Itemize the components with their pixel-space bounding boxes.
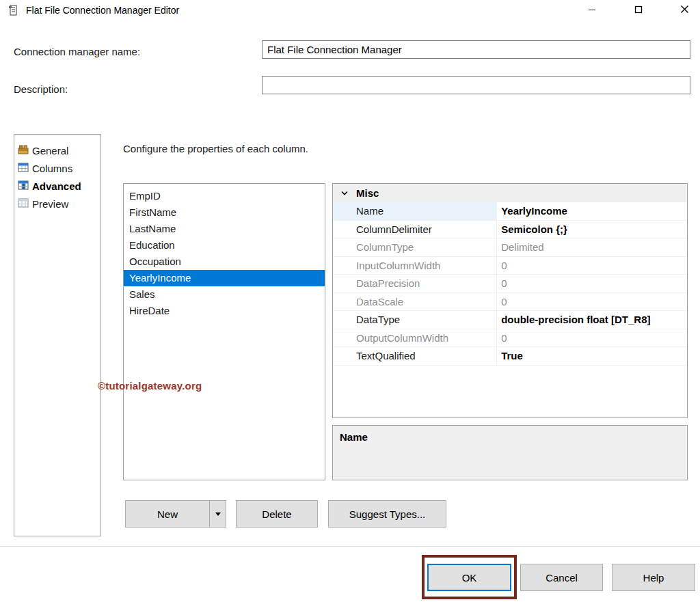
property-row-name[interactable]: Name YearlyIncome — [333, 202, 687, 221]
cancel-button[interactable]: Cancel — [520, 564, 603, 591]
pages-list: General Columns — [14, 134, 101, 536]
column-list-item-selected[interactable]: YearlyIncome — [124, 270, 325, 286]
delete-button[interactable]: Delete — [236, 500, 318, 528]
suggest-types-button[interactable]: Suggest Types... — [328, 500, 446, 528]
title-bar: Flat File Connection Manager Editor — [0, 0, 700, 20]
sidebar-item-label: Preview — [32, 198, 68, 210]
column-list-item[interactable]: Education — [124, 237, 325, 254]
property-description-box: Name — [332, 425, 688, 480]
instruction-text: Configure the properties of each column. — [123, 143, 308, 154]
sidebar-item-advanced[interactable]: Advanced — [14, 177, 100, 195]
sidebar-item-general[interactable]: General — [14, 141, 100, 159]
property-row-datascale[interactable]: DataScale 0 — [333, 293, 687, 312]
column-list-item[interactable]: LastName — [124, 221, 325, 237]
description-label: Description: — [14, 83, 68, 95]
table-column-icon — [18, 180, 29, 193]
grid-icon — [18, 197, 29, 210]
chevron-down-icon — [333, 191, 356, 195]
new-split-button: New — [125, 500, 226, 528]
maximize-button[interactable] — [623, 0, 654, 20]
connection-name-input[interactable] — [262, 40, 690, 59]
column-listbox: EmpID FirstName LastName Education Occup… — [123, 183, 325, 480]
dropdown-arrow-icon — [215, 512, 221, 516]
property-category-misc[interactable]: Misc — [333, 184, 687, 202]
app-document-icon — [8, 5, 19, 16]
new-dropdown-button[interactable] — [209, 501, 226, 527]
column-list-item[interactable]: EmpID — [124, 188, 325, 204]
toolbox-icon — [18, 144, 29, 157]
sidebar-item-label: General — [32, 145, 68, 156]
table-icon — [18, 162, 29, 175]
minimize-button[interactable] — [576, 0, 608, 20]
close-icon — [680, 4, 689, 16]
maximize-icon — [634, 4, 643, 16]
sidebar-item-columns[interactable]: Columns — [14, 159, 100, 177]
property-row-inputcolumnwidth[interactable]: InputColumnWidth 0 — [333, 257, 687, 275]
property-row-textqualified[interactable]: TextQualified True — [333, 347, 687, 366]
property-row-columntype[interactable]: ColumnType Delimited — [333, 238, 687, 257]
description-input[interactable] — [262, 76, 690, 94]
property-category-label: Misc — [356, 187, 379, 199]
new-button[interactable]: New — [126, 501, 209, 527]
column-list-item[interactable]: HireDate — [124, 303, 325, 319]
column-list-item[interactable]: Sales — [124, 286, 325, 303]
sidebar-item-preview[interactable]: Preview — [14, 195, 100, 213]
ok-button[interactable]: OK — [427, 564, 511, 591]
property-row-outputcolumnwidth[interactable]: OutputColumnWidth 0 — [333, 329, 687, 348]
property-description-title: Name — [340, 431, 680, 443]
minimize-icon — [588, 4, 596, 16]
footer-separator — [0, 546, 700, 547]
column-list-item[interactable]: FirstName — [124, 204, 325, 221]
close-button[interactable] — [669, 0, 700, 20]
sidebar-item-label: Columns — [32, 163, 72, 174]
watermark-text: ©tutorialgateway.org — [98, 380, 202, 392]
sidebar-item-label: Advanced — [32, 180, 81, 192]
property-grid: Misc Name YearlyIncome ColumnDelimiter S… — [332, 183, 688, 418]
property-row-columndelimiter[interactable]: ColumnDelimiter Semicolon {;} — [333, 221, 687, 239]
property-row-datatype[interactable]: DataType double-precision float [DT_R8] — [333, 311, 687, 329]
window-title: Flat File Connection Manager Editor — [26, 5, 179, 16]
property-row-dataprecision[interactable]: DataPrecision 0 — [333, 275, 687, 293]
connection-name-label: Connection manager name: — [14, 46, 140, 57]
help-button[interactable]: Help — [612, 564, 695, 591]
column-list-item[interactable]: Occupation — [124, 254, 325, 270]
